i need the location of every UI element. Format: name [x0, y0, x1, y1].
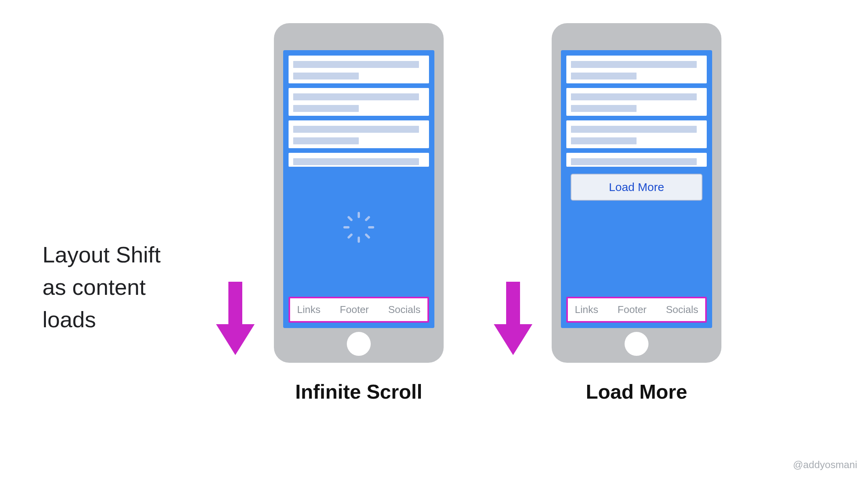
list-item	[566, 88, 707, 116]
skeleton-line	[293, 61, 419, 68]
skeleton-line	[571, 137, 637, 144]
skeleton-line	[571, 61, 697, 68]
footer-link[interactable]: Footer	[340, 304, 369, 316]
footer-link[interactable]: Footer	[618, 304, 647, 316]
phone-mock-infinite-scroll: Links Footer Socials Infinite Scroll	[274, 23, 444, 403]
load-more-zone: Load More	[566, 171, 707, 292]
skeleton-line	[293, 73, 359, 80]
phone-mock-load-more: Load More Links Footer Socials Load More	[552, 23, 721, 403]
list-item	[289, 88, 429, 116]
layout-shift-arrow-icon	[216, 282, 255, 355]
skeleton-line	[293, 105, 359, 112]
footer-link[interactable]: Socials	[666, 304, 698, 316]
skeleton-line	[293, 158, 419, 165]
loading-zone	[289, 171, 429, 292]
list-item	[566, 153, 707, 167]
credit-handle: @addyosmani	[793, 459, 857, 471]
home-button-icon	[625, 332, 648, 356]
spinner-icon	[348, 221, 370, 243]
skeleton-line	[293, 137, 359, 144]
skeleton-line	[293, 126, 419, 133]
skeleton-line	[293, 93, 419, 100]
phone-frame: Links Footer Socials	[274, 23, 444, 363]
phone-label-infinite: Infinite Scroll	[274, 380, 444, 403]
caption-text: Layout Shift as content loads	[42, 238, 160, 336]
skeleton-line	[571, 73, 637, 80]
list-item	[289, 120, 429, 148]
footer-region: Links Footer Socials	[566, 297, 707, 323]
footer-link[interactable]: Links	[297, 304, 321, 316]
footer-region: Links Footer Socials	[289, 297, 429, 323]
list-item	[566, 56, 707, 83]
home-button-icon	[347, 332, 371, 356]
skeleton-line	[571, 93, 697, 100]
skeleton-line	[571, 126, 697, 133]
screen-area: Load More Links Footer Socials	[561, 50, 712, 328]
phone-frame: Load More Links Footer Socials	[552, 23, 721, 363]
layout-shift-arrow-icon	[494, 282, 532, 355]
screen-area: Links Footer Socials	[283, 50, 434, 328]
list-item	[566, 120, 707, 148]
footer-link[interactable]: Socials	[388, 304, 420, 316]
footer-link[interactable]: Links	[575, 304, 598, 316]
list-item	[289, 153, 429, 167]
load-more-button[interactable]: Load More	[571, 174, 703, 201]
list-item	[289, 56, 429, 83]
phone-label-loadmore: Load More	[552, 380, 721, 403]
skeleton-line	[571, 105, 637, 112]
skeleton-line	[571, 158, 697, 165]
